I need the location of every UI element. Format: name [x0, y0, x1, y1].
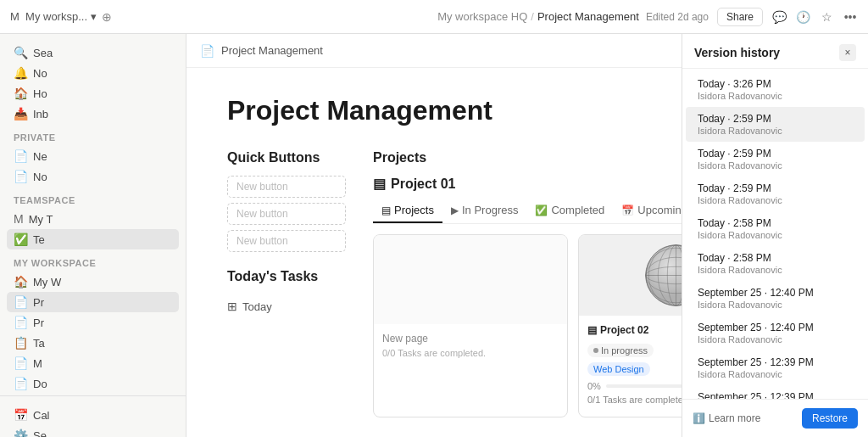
card-project02-body: ▤ Project 02 In progress Web Design 0% [579, 316, 682, 413]
project-tabs: ▤ Projects ▶ In Progress ✅ Completed [373, 199, 682, 224]
version-user-0: Isidora Radovanovic [698, 91, 853, 101]
sidebar-notifications-label: No [33, 67, 47, 80]
doc-icon5: 📄 [14, 356, 28, 370]
version-list[interactable]: Today · 3:26 PM Isidora Radovanovic Toda… [682, 69, 868, 399]
version-date-0: Today · 3:26 PM [698, 78, 853, 90]
sidebar-workspace-items: 🏠 My W 📄 Pr 📄 Pr 📋 Ta 📄 M 📄 Do [0, 270, 186, 395]
sidebar-item-new2[interactable]: 📄 No [7, 166, 179, 187]
version-date-9: September 25 · 12:39 PM [698, 391, 853, 399]
sidebar-search-label: Sea [33, 47, 53, 59]
tab-completed-label: Completed [551, 204, 604, 216]
sidebar-workspace-label: My Workspace [0, 251, 186, 270]
version-date-5: Today · 2:58 PM [698, 252, 853, 264]
tab-upcoming[interactable]: 📅 Upcoming [613, 199, 682, 223]
version-date-4: Today · 2:58 PM [698, 217, 853, 229]
sidebar-inbox[interactable]: 📥 Inb [7, 104, 179, 124]
new-button-3[interactable]: New button [227, 230, 346, 252]
doc-content: Project Management Quick Buttons New but… [186, 68, 682, 437]
tab-in-progress[interactable]: ▶ In Progress [442, 199, 526, 223]
sidebar-myworkspace[interactable]: 🏠 My W [7, 272, 179, 292]
sidebar-tasks[interactable]: 📋 Ta [7, 333, 179, 353]
page-title: Project Management [227, 95, 641, 126]
card-project02-title: ▤ Project 02 [587, 324, 682, 336]
close-icon: × [844, 47, 850, 59]
tab-inprogress-label: In Progress [462, 204, 518, 216]
tab-upcoming-icon: 📅 [621, 204, 634, 216]
card-project02-badge: In progress [587, 344, 654, 357]
sidebar-notifications[interactable]: 🔔 No [7, 63, 179, 83]
settings-icon: ⚙️ [14, 429, 28, 437]
todays-tasks-title: Today's Tasks [227, 269, 346, 284]
version-item-4[interactable]: Today · 2:58 PM Isidora Radovanovic [686, 211, 865, 246]
version-user-2: Isidora Radovanovic [698, 160, 853, 171]
share-button[interactable]: Share [717, 8, 763, 26]
project-group-name: Project 01 [391, 176, 455, 192]
version-item-6[interactable]: September 25 · 12:40 PM Isidora Radovano… [686, 281, 865, 316]
version-item-2[interactable]: Today · 2:59 PM Isidora Radovanovic [686, 142, 865, 176]
sidebar-project-management[interactable]: 📄 Pr [7, 292, 179, 312]
sidebar-private-item1: Ne [33, 150, 47, 163]
new-page-title: New page [382, 333, 559, 345]
new-tab-icon[interactable]: ⊕ [102, 10, 112, 24]
breadcrumb-page[interactable]: Project Management [537, 10, 639, 23]
version-close-button[interactable]: × [839, 44, 856, 61]
topbar-right: Edited 2d ago Share 💬 🕐 ☆ ••• [646, 8, 858, 26]
comment-icon[interactable]: 💬 [771, 9, 787, 25]
sidebar-search[interactable]: 🔍 Sea [7, 42, 179, 63]
sidebar-team-item[interactable]: ✅ Te [7, 229, 179, 249]
doc-panel: 📄 Project Management Project Management … [186, 34, 682, 437]
version-user-7: Isidora Radovanovic [698, 334, 853, 345]
sidebar-item-new1[interactable]: 📄 Ne [7, 146, 179, 166]
tasks-today-label: Today [242, 300, 272, 313]
sidebar-my-team[interactable]: M My T [7, 209, 179, 229]
star-icon[interactable]: ☆ [819, 9, 834, 25]
version-item-0[interactable]: Today · 3:26 PM Isidora Radovanovic [686, 72, 865, 107]
tab-projects[interactable]: ▤ Projects [373, 199, 442, 223]
card-new-page-img [374, 235, 567, 324]
sidebar-project2[interactable]: 📄 Pr [7, 312, 179, 333]
workspace-menu[interactable]: M My worksp... ▾ [10, 10, 97, 23]
version-item-5[interactable]: Today · 2:58 PM Isidora Radovanovic [686, 246, 865, 281]
sidebar-home[interactable]: 🏠 Ho [7, 83, 179, 104]
topbar-left: M My worksp... ▾ ⊕ [10, 10, 431, 24]
project-group-icon: ▤ [373, 176, 386, 192]
sidebar-calendar[interactable]: 📅 Cal [7, 405, 179, 425]
sidebar-mw-label: My W [33, 276, 61, 289]
version-item-1[interactable]: Today · 2:59 PM Isidora Radovanovic [686, 107, 865, 142]
sidebar-top: 🔍 Sea 🔔 No 🏠 Ho 📥 Inb [0, 41, 186, 126]
doc-header-title: Project Management [221, 44, 323, 57]
quick-buttons-section: Quick Buttons New button New button New … [227, 150, 346, 417]
sidebar-set-label: Se [33, 429, 47, 438]
card-project02[interactable]: ▤ Project 02 In progress Web Design 0% [578, 234, 682, 417]
sidebar-m-label: M [33, 357, 42, 370]
version-history-panel: Version history × Today · 3:26 PM Isidor… [682, 34, 868, 437]
sidebar-private-item2: No [33, 171, 47, 183]
learn-more-link[interactable]: ℹ️ Learn more [693, 412, 760, 424]
version-item-9[interactable]: September 25 · 12:39 PM Isidora Radovano… [686, 385, 865, 399]
new-button-1[interactable]: New button [227, 176, 346, 198]
check-icon: ✅ [14, 233, 28, 246]
home-icon: 🏠 [14, 87, 28, 100]
clock-icon[interactable]: 🕐 [795, 9, 810, 25]
restore-button[interactable]: Restore [802, 408, 858, 429]
version-item-3[interactable]: Today · 2:59 PM Isidora Radovanovic [686, 176, 865, 211]
tasks-today[interactable]: ⊞ Today [227, 294, 346, 318]
two-col-layout: Quick Buttons New button New button New … [227, 150, 641, 417]
sidebar-m[interactable]: 📄 M [7, 353, 179, 373]
tab-completed[interactable]: ✅ Completed [526, 199, 613, 223]
tasks-grid-icon: ⊞ [227, 300, 237, 313]
more-icon[interactable]: ••• [843, 9, 858, 25]
version-title: Version history [694, 46, 780, 59]
new-button-2[interactable]: New button [227, 203, 346, 225]
sidebar-private: 📄 Ne 📄 No [0, 144, 186, 188]
version-item-8[interactable]: September 25 · 12:39 PM Isidora Radovano… [686, 350, 865, 385]
breadcrumb-workspace[interactable]: My workspace HQ [437, 10, 527, 23]
doc-icon: 📄 [200, 44, 214, 58]
task-icon: 📋 [14, 336, 28, 350]
sidebar-bottom-items: 📅 Cal ⚙️ Se 👥 Invite members 📝 Quick Not… [0, 403, 186, 437]
sidebar-settings[interactable]: ⚙️ Se [7, 425, 179, 437]
sidebar-d[interactable]: 📄 Do [7, 373, 179, 394]
version-user-5: Isidora Radovanovic [698, 265, 853, 275]
card-new-page[interactable]: New page 0/0 Tasks are completed. [373, 234, 568, 417]
version-item-7[interactable]: September 25 · 12:40 PM Isidora Radovano… [686, 316, 865, 350]
